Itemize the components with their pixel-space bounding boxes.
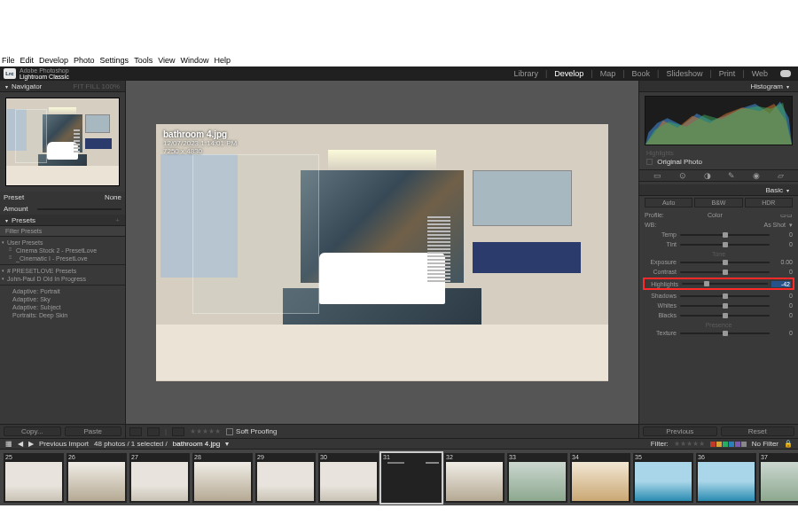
basic-header[interactable]: Basic▾ [639, 184, 798, 196]
thumbnail[interactable]: 28 [192, 453, 253, 503]
thumbnail[interactable]: 26 [66, 453, 127, 503]
edit-tool-4[interactable]: ◉ [753, 171, 760, 180]
preset-item[interactable]: Adaptive: Subject [0, 303, 125, 311]
preset-item[interactable]: User Presets [0, 239, 125, 246]
nav-next-icon[interactable]: ▶ [28, 440, 34, 448]
previous-button[interactable]: Previous [643, 426, 717, 436]
tone-contrast-slider[interactable]: Contrast0 [645, 267, 793, 277]
wb-row[interactable]: WB: As Shot ▾ [645, 220, 793, 230]
tone-exposure-slider[interactable]: Exposure0.00 [645, 257, 793, 267]
os-menu-settings[interactable]: Settings [100, 56, 129, 65]
profile-row[interactable]: Profile: Color ▭▭ [645, 210, 793, 220]
lock-icon[interactable]: 🔒 [784, 440, 793, 448]
presets-header[interactable]: ▾Presets+ [0, 215, 125, 226]
image-viewer[interactable]: bathroom 4.jpg 12/07/2023 1:14:01 PM 725… [126, 81, 638, 424]
tool-strip: ▭⊙◑✎◉▱ [639, 169, 798, 182]
overlay-filename: bathroom 4.jpg [163, 129, 237, 139]
os-menu-help[interactable]: Help [215, 56, 231, 65]
navigator-header[interactable]: ▾Navigator FIT FILL 100% [0, 81, 125, 92]
tone-highlights-slider[interactable]: Highlights-42 [643, 278, 794, 290]
thumbnail[interactable]: 37 [759, 453, 798, 503]
tone-label: Tone [645, 251, 793, 257]
reset-button[interactable]: Reset [721, 426, 795, 436]
cloud-sync-icon[interactable] [780, 70, 791, 77]
grid-icon[interactable]: ▦ [5, 440, 12, 448]
filmstrip-source[interactable]: Previous Import [39, 440, 89, 448]
thumbnail[interactable]: 35 [633, 453, 693, 503]
thumbnail[interactable]: 36 [696, 453, 756, 503]
photo: bathroom 4.jpg 12/07/2023 1:14:01 PM 725… [156, 124, 608, 381]
before-after-button[interactable] [172, 427, 184, 436]
presence-label: Presence [645, 322, 793, 328]
module-web[interactable]: Web [752, 69, 768, 78]
os-menu-photo[interactable]: Photo [74, 56, 95, 65]
preset-item[interactable]: Cinema Stock 2 - PresetLove [0, 246, 125, 254]
wb-tint-slider[interactable]: Tint0 [645, 239, 793, 249]
overlay-dims: 7250 x 4830 [163, 147, 237, 155]
treat-hdr[interactable]: HDR [745, 198, 793, 207]
edit-tool-1[interactable]: ⊙ [679, 171, 686, 180]
os-menu-window[interactable]: Window [181, 56, 209, 65]
thumbnail[interactable]: 31 [381, 453, 442, 503]
preset-item[interactable]: Portraits: Deep Skin [0, 311, 125, 319]
edit-tool-2[interactable]: ◑ [704, 171, 711, 180]
preset-item[interactable]: # PRESETLOVE Presets [0, 267, 125, 275]
thumbnail[interactable]: 32 [444, 453, 505, 503]
app-logo: Lrc [4, 68, 16, 79]
tone-blacks-slider[interactable]: Blacks0 [645, 310, 793, 320]
left-footer: Copy... Paste [0, 424, 125, 438]
preset-item[interactable]: John-Paul D Old In Progress [0, 275, 125, 283]
center-panel: bathroom 4.jpg 12/07/2023 1:14:01 PM 725… [126, 81, 638, 438]
module-library[interactable]: Library [513, 69, 538, 78]
page-margin [0, 505, 798, 532]
treat-auto[interactable]: Auto [645, 198, 692, 207]
wb-temp-slider[interactable]: Temp0 [645, 230, 793, 239]
thumbnail[interactable]: 27 [129, 453, 190, 503]
edit-tool-3[interactable]: ✎ [728, 171, 735, 180]
preset-item[interactable]: _Cinematic I - PresetLove [0, 254, 125, 262]
module-map[interactable]: Map [600, 69, 616, 78]
histogram-header[interactable]: Histogram▾ [639, 81, 798, 92]
filter-labels[interactable] [710, 442, 747, 447]
tone-whites-slider[interactable]: Whites0 [645, 301, 793, 310]
copy-button[interactable]: Copy... [4, 426, 61, 436]
os-menu-view[interactable]: View [158, 56, 175, 65]
loupe-view-button[interactable] [129, 427, 142, 436]
treat-b&w[interactable]: B&W [694, 198, 742, 207]
module-develop[interactable]: Develop [554, 69, 583, 78]
os-menu-tools[interactable]: Tools [134, 56, 153, 65]
rating-stars[interactable]: ★★★★★ [190, 427, 221, 435]
module-book[interactable]: Book [632, 69, 651, 78]
treatment-segment[interactable]: AutoB&WHDR [645, 198, 793, 207]
compare-view-button[interactable] [147, 427, 160, 436]
basic-panel: AutoB&WHDR Profile: Color ▭▭ WB: As Shot… [639, 196, 798, 424]
thumbnail[interactable]: 30 [318, 453, 379, 503]
presence-texture-slider[interactable]: Texture0 [645, 328, 793, 338]
filter-preset[interactable]: No Filter [752, 440, 778, 448]
module-print[interactable]: Print [719, 69, 736, 78]
os-menu-develop[interactable]: Develop [39, 56, 68, 65]
filter-rating[interactable]: ★★★★★ [674, 440, 705, 448]
os-menu-file[interactable]: File [2, 56, 15, 65]
thumbnail[interactable]: 34 [570, 453, 630, 503]
preset-item[interactable]: Adaptive: Sky [0, 295, 125, 303]
navigator-preview[interactable] [5, 98, 120, 186]
edit-tool-0[interactable]: ▭ [653, 171, 661, 180]
original-photo-toggle[interactable]: Original Photo [639, 157, 798, 167]
edit-tool-5[interactable]: ▱ [778, 171, 784, 180]
nav-prev-icon[interactable]: ◀ [18, 440, 23, 448]
module-slideshow[interactable]: Slideshow [666, 69, 702, 78]
filmstrip[interactable]: 25262728293031323334353637 [0, 449, 798, 505]
histogram[interactable] [645, 96, 793, 145]
preset-item[interactable]: Adaptive: Portrait [0, 287, 125, 295]
paste-button[interactable]: Paste [65, 426, 122, 436]
window: FileEditDevelopPhotoSettingsToolsViewWin… [0, 0, 798, 532]
thumbnail[interactable]: 29 [255, 453, 316, 503]
os-menu-edit[interactable]: Edit [20, 56, 35, 65]
preset-filter[interactable]: Filter Presets [0, 226, 125, 237]
soft-proof-toggle[interactable]: Soft Proofing [226, 427, 277, 435]
thumbnail[interactable]: 33 [507, 453, 567, 503]
tone-shadows-slider[interactable]: Shadows0 [645, 291, 793, 301]
histogram-readout: Highlights [639, 149, 798, 157]
thumbnail[interactable]: 25 [4, 453, 64, 503]
